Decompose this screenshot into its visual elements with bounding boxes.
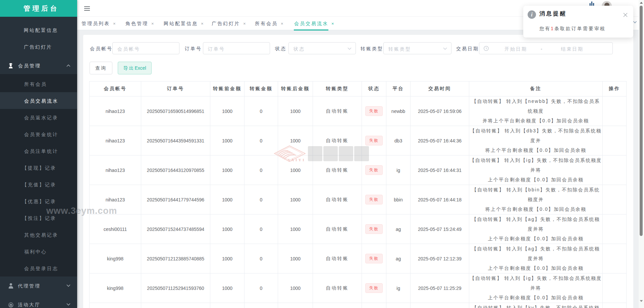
svg-text:SAIYI: SAIYI <box>288 158 306 162</box>
